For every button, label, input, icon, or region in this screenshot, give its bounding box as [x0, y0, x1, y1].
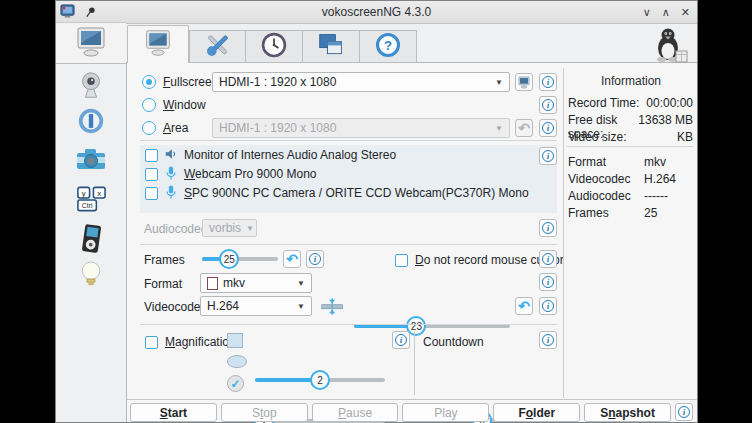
- countdown-label: Countdown: [423, 335, 484, 349]
- area-info-button[interactable]: i: [539, 119, 557, 137]
- speaker-icon: [164, 147, 178, 164]
- info-audiocodec-value: ------: [644, 189, 668, 203]
- magnification-ok-button[interactable]: ✓: [227, 375, 244, 392]
- format-select[interactable]: mkv ▼: [200, 273, 312, 293]
- info-icon: i: [542, 99, 554, 111]
- tab-screen[interactable]: [127, 25, 189, 63]
- info-frames-row: Frames 25: [568, 206, 693, 220]
- compress-icon: [320, 298, 347, 318]
- area-screen-value: HDMI-1 : 1920 x 1080: [219, 121, 336, 135]
- audiocodec-select[interactable]: vorbis ▼: [202, 219, 257, 237]
- mouse-cursor-checkbox[interactable]: [395, 254, 408, 267]
- fullscreen-radio[interactable]: [142, 75, 156, 89]
- frames-reset-button[interactable]: ↶: [283, 250, 301, 268]
- frames-slider[interactable]: 25: [202, 249, 278, 269]
- info-panel-title: Information: [564, 74, 698, 88]
- record-time-row: Record Time: 00:00:00: [568, 96, 693, 110]
- screen-icon: [74, 26, 108, 61]
- magnification-checkbox[interactable]: [145, 336, 158, 349]
- videocodec-select[interactable]: H.264 ▼: [200, 296, 312, 316]
- tab-bar: ?: [127, 25, 417, 63]
- sidebar-item-hotkeys[interactable]: yxCtrl: [56, 184, 126, 217]
- sidebar-item-pause[interactable]: [56, 106, 126, 139]
- sidebar-item-webcam[interactable]: [56, 71, 126, 104]
- show-screen-button[interactable]: [515, 73, 533, 91]
- audio-device-checkbox[interactable]: [145, 187, 158, 200]
- area-reset-button[interactable]: ↶: [515, 119, 533, 137]
- maximize-button[interactable]: ∧: [662, 6, 670, 19]
- videocodec-info-button[interactable]: i: [539, 297, 557, 315]
- info-icon: i: [395, 334, 407, 346]
- info-format-value: mkv: [644, 155, 666, 169]
- videocodec-quality-slider[interactable]: 23: [354, 316, 510, 336]
- dropdown-arrow-icon: ▼: [495, 78, 503, 87]
- tab-help[interactable]: ?: [360, 30, 417, 63]
- screenshot-root: { "window": { "title": "vokoscreenNG 4.3…: [0, 0, 752, 423]
- actionbar-info-button[interactable]: i: [675, 403, 693, 421]
- magnification-row: Magnification: [145, 334, 236, 350]
- dropdown-arrow-icon: ▼: [297, 302, 305, 311]
- magnification-rect-slider[interactable]: 2: [255, 370, 385, 390]
- snapshot-button[interactable]: Snapshot: [584, 403, 671, 422]
- countdown-info-button[interactable]: i: [539, 331, 557, 349]
- sidebar-item-screen[interactable]: [56, 22, 126, 64]
- format-info-button[interactable]: i: [539, 273, 557, 291]
- dropdown-arrow-icon: ▼: [246, 224, 254, 233]
- audio-device-checkbox[interactable]: [145, 168, 158, 181]
- folder-button[interactable]: Folder: [493, 403, 580, 422]
- audio-info-button[interactable]: i: [539, 147, 557, 165]
- audio-device-label: Monitor of Internes Audio Analog Stereo: [184, 148, 396, 162]
- microphone-icon: [164, 166, 178, 183]
- window-radio[interactable]: [142, 98, 156, 112]
- audiocodec-info-button[interactable]: i: [539, 219, 557, 237]
- mouse-cursor-info-button[interactable]: i: [539, 250, 557, 268]
- area-row: Area: [142, 120, 188, 136]
- start-button[interactable]: Start: [130, 403, 217, 422]
- tab-timer[interactable]: [246, 30, 303, 63]
- sidebar-item-player[interactable]: [56, 223, 126, 258]
- sidebar-item-camera[interactable]: [56, 146, 126, 177]
- frames-info-button[interactable]: i: [306, 250, 324, 268]
- minimize-button[interactable]: ∨: [643, 6, 651, 19]
- audio-device-row[interactable]: Webcam Pro 9000 Mono: [140, 164, 557, 183]
- play-button[interactable]: Play: [402, 403, 489, 422]
- magnification-rect-handle[interactable]: 2: [310, 370, 330, 390]
- audio-device-label: Webcam Pro 9000 Mono: [184, 167, 317, 181]
- magnification-rect-shape[interactable]: [227, 333, 243, 348]
- fullscreen-info-button[interactable]: i: [539, 73, 557, 91]
- tab-windows[interactable]: [303, 30, 360, 63]
- videocodec-value: H.264: [207, 299, 239, 313]
- magnification-info-button[interactable]: i: [392, 331, 410, 349]
- audio-device-row[interactable]: Monitor of Internes Audio Analog Stereo: [140, 145, 557, 164]
- audio-device-checkbox[interactable]: [145, 149, 158, 162]
- audio-device-label: SPC 900NC PC Camera / ORITE CCD Webcam(P…: [184, 186, 529, 200]
- screen-tab-icon: [143, 29, 173, 60]
- area-radio[interactable]: [142, 121, 156, 135]
- window-label: Window: [163, 98, 206, 112]
- info-frames-label: Frames: [568, 206, 609, 220]
- media-player-icon: [76, 223, 106, 258]
- fullscreen-screen-value: HDMI-1 : 1920 x 1080: [219, 75, 336, 89]
- area-screen-select[interactable]: HDMI-1 : 1920 x 1080 ▼: [212, 118, 510, 138]
- pause-button[interactable]: Pause: [312, 403, 399, 422]
- frames-slider-handle[interactable]: 25: [219, 249, 239, 269]
- fullscreen-label: Fullscreen: [163, 75, 218, 89]
- close-button[interactable]: ✕: [681, 6, 690, 19]
- fullscreen-screen-select[interactable]: HDMI-1 : 1920 x 1080 ▼: [212, 72, 510, 92]
- window-info-button[interactable]: i: [539, 96, 557, 114]
- sidebar-item-systray[interactable]: [56, 260, 126, 295]
- audio-device-row[interactable]: SPC 900NC PC Camera / ORITE CCD Webcam(P…: [140, 183, 557, 202]
- monitor-icon: [517, 76, 531, 89]
- magnification-ellipse-shape[interactable]: [227, 355, 247, 368]
- tab-settings[interactable]: [189, 30, 246, 63]
- svg-text:?: ?: [384, 38, 392, 53]
- videocodec-reset-button[interactable]: ↶: [515, 297, 533, 315]
- stop-button[interactable]: Stop: [221, 403, 308, 422]
- format-value: mkv: [223, 276, 245, 290]
- record-time-label: Record Time:: [568, 96, 639, 110]
- area-label: Area: [163, 121, 188, 135]
- info-audiocodec-row: Audiocodec ------: [568, 189, 693, 203]
- magnification-rect-value: 2: [317, 375, 323, 386]
- pause-icon: [76, 106, 106, 139]
- help-icon: ?: [374, 31, 402, 62]
